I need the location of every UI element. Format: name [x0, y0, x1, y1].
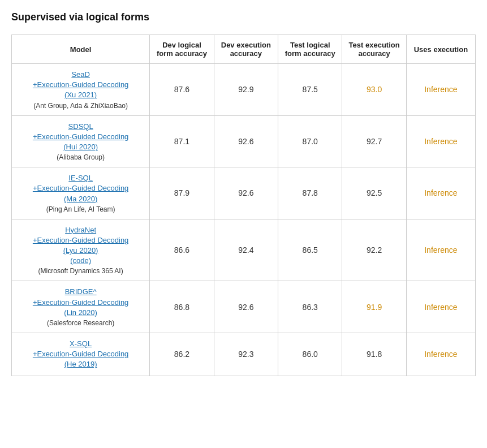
page-title: Supervised via logical forms: [11, 11, 476, 23]
cell-test-logical: 87.8: [278, 167, 342, 219]
model-link[interactable]: (code): [16, 256, 145, 266]
cell-test-execution: 91.9: [342, 281, 406, 333]
model-org: (Ant Group, Ada & ZhiXiaoBao): [16, 102, 145, 110]
model-org: (Alibaba Group): [16, 153, 145, 161]
cell-uses-execution: Inference: [406, 281, 475, 333]
cell-test-execution: 91.8: [342, 333, 406, 376]
model-cell: HydraNet+Execution-Guided Decoding(Lyu 2…: [12, 219, 150, 281]
cell-dev-execution: 92.4: [214, 219, 278, 281]
cell-dev-execution: 92.3: [214, 333, 278, 376]
model-link[interactable]: X-SQL: [16, 339, 145, 349]
cell-dev-execution: 92.6: [214, 281, 278, 333]
cell-dev-logical: 86.6: [150, 219, 214, 281]
model-link[interactable]: +Execution-Guided Decoding: [16, 80, 145, 90]
cell-uses-execution: Inference: [406, 219, 475, 281]
model-cell: IE-SQL+Execution-Guided Decoding(Ma 2020…: [12, 167, 150, 219]
inference-label: Inference: [424, 303, 457, 312]
model-link[interactable]: SDSQL: [16, 122, 145, 132]
cell-test-execution: 92.2: [342, 219, 406, 281]
model-link[interactable]: +Execution-Guided Decoding: [16, 132, 145, 142]
cell-test-execution: 92.7: [342, 115, 406, 167]
cell-test-execution: 92.5: [342, 167, 406, 219]
cell-dev-logical: 86.2: [150, 333, 214, 376]
model-cell: SDSQL+Execution-Guided Decoding(Hui 2020…: [12, 115, 150, 167]
cell-dev-execution: 92.6: [214, 115, 278, 167]
model-link[interactable]: BRIDGE^: [16, 287, 145, 297]
cell-uses-execution: Inference: [406, 167, 475, 219]
cell-dev-logical: 86.8: [150, 281, 214, 333]
table-row: HydraNet+Execution-Guided Decoding(Lyu 2…: [12, 219, 476, 281]
table-row: IE-SQL+Execution-Guided Decoding(Ma 2020…: [12, 167, 476, 219]
col-dev-logical: Dev logical form accuracy: [150, 35, 214, 64]
inference-label: Inference: [424, 85, 457, 94]
model-link[interactable]: IE-SQL: [16, 173, 145, 183]
model-link[interactable]: +Execution-Guided Decoding: [16, 298, 145, 308]
model-link[interactable]: +Execution-Guided Decoding: [16, 183, 145, 193]
model-link[interactable]: (Hui 2020): [16, 142, 145, 152]
cell-test-logical: 87.0: [278, 115, 342, 167]
cell-dev-execution: 92.9: [214, 64, 278, 116]
col-test-logical: Test logical form accuracy: [278, 35, 342, 64]
cell-test-logical: 86.5: [278, 219, 342, 281]
model-link[interactable]: HydraNet: [16, 225, 145, 235]
model-org: (Ping An Life, AI Team): [16, 205, 145, 213]
inference-label: Inference: [424, 245, 457, 255]
model-link[interactable]: +Execution-Guided Decoding: [16, 349, 145, 359]
cell-test-logical: 87.5: [278, 64, 342, 116]
results-table: Model Dev logical form accuracy Dev exec…: [11, 35, 476, 376]
model-cell: SeaD+Execution-Guided Decoding(Xu 2021)(…: [12, 64, 150, 116]
cell-uses-execution: Inference: [406, 333, 475, 376]
model-link[interactable]: (Lin 2020): [16, 308, 145, 318]
col-test-execution: Test execution accuracy: [342, 35, 406, 64]
col-model: Model: [12, 35, 150, 64]
cell-dev-execution: 92.6: [214, 167, 278, 219]
model-org: (Salesforce Research): [16, 319, 145, 327]
table-row: SeaD+Execution-Guided Decoding(Xu 2021)(…: [12, 64, 476, 116]
table-row: BRIDGE^+Execution-Guided Decoding(Lin 20…: [12, 281, 476, 333]
table-row: X-SQL+Execution-Guided Decoding(He 2019)…: [12, 333, 476, 376]
model-link[interactable]: +Execution-Guided Decoding: [16, 235, 145, 245]
cell-dev-logical: 87.6: [150, 64, 214, 116]
model-link[interactable]: (He 2019): [16, 359, 145, 369]
model-link[interactable]: (Xu 2021): [16, 90, 145, 100]
inference-label: Inference: [424, 188, 457, 197]
cell-dev-logical: 87.9: [150, 167, 214, 219]
inference-label: Inference: [424, 350, 457, 359]
model-link[interactable]: (Lyu 2020): [16, 245, 145, 256]
table-row: SDSQL+Execution-Guided Decoding(Hui 2020…: [12, 115, 476, 167]
cell-test-logical: 86.3: [278, 281, 342, 333]
cell-uses-execution: Inference: [406, 115, 475, 167]
cell-test-execution: 93.0: [342, 64, 406, 116]
col-uses-execution: Uses execution: [406, 35, 475, 64]
col-dev-execution: Dev execution accuracy: [214, 35, 278, 64]
model-link[interactable]: (Ma 2020): [16, 194, 145, 204]
model-cell: BRIDGE^+Execution-Guided Decoding(Lin 20…: [12, 281, 150, 333]
model-org: (Microsoft Dynamics 365 AI): [16, 267, 145, 275]
cell-uses-execution: Inference: [406, 64, 475, 116]
model-link[interactable]: SeaD: [16, 70, 145, 80]
inference-label: Inference: [424, 137, 457, 146]
cell-dev-logical: 87.1: [150, 115, 214, 167]
cell-test-logical: 86.0: [278, 333, 342, 376]
model-cell: X-SQL+Execution-Guided Decoding(He 2019): [12, 333, 150, 376]
